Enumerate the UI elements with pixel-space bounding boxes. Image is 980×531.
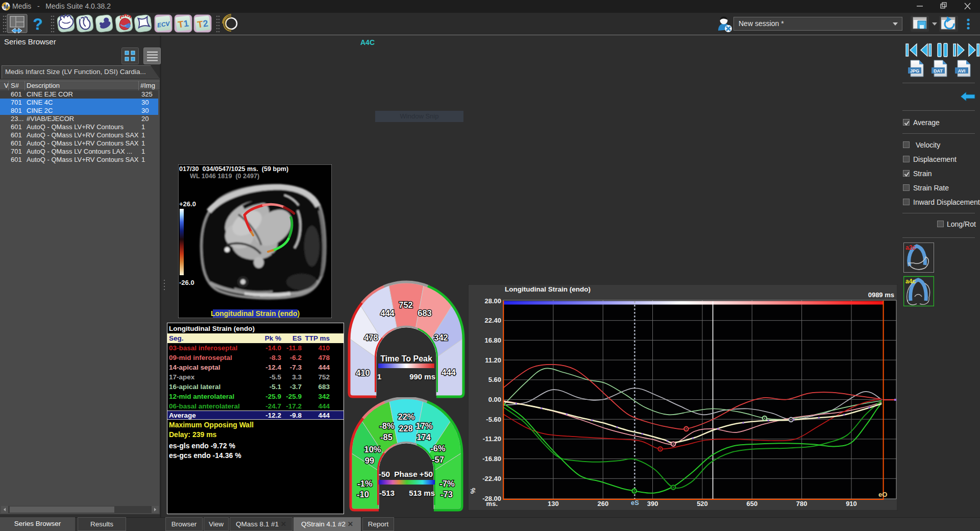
svg-text:444: 444 (442, 368, 456, 377)
svg-text:-85: -85 (380, 432, 393, 442)
svg-text:%: % (469, 488, 477, 494)
svg-text:eO: eO (878, 491, 887, 498)
svg-text:WL 1046 1819 (0 2497): WL 1046 1819 (0 2497) (190, 173, 259, 180)
svg-text:-73: -73 (440, 490, 453, 499)
svg-text:22%: 22% (398, 412, 414, 421)
svg-text:?: ? (33, 15, 43, 33)
svg-text:130: 130 (548, 500, 559, 508)
svg-text:eS: eS (631, 499, 639, 506)
svg-text:1: 1 (377, 372, 381, 381)
svg-text:17%: 17% (415, 421, 432, 430)
svg-text:a2c: a2c (905, 244, 916, 251)
svg-text:683: 683 (418, 308, 432, 318)
svg-text:DAT: DAT (934, 68, 943, 74)
svg-text:T2: T2 (197, 18, 209, 30)
svg-text:520: 520 (697, 500, 708, 508)
svg-text:+26.0: +26.0 (179, 200, 196, 208)
svg-text:-16.80: -16.80 (482, 455, 501, 463)
svg-text:5.60: 5.60 (488, 376, 501, 383)
svg-text:0989 ms: 0989 ms (868, 291, 894, 299)
svg-text:444: 444 (380, 308, 395, 318)
svg-text:99: 99 (365, 456, 374, 465)
svg-text:260: 260 (597, 500, 608, 508)
svg-text:-8%: -8% (379, 421, 395, 430)
svg-text:+50: +50 (420, 470, 433, 478)
svg-text:22.40: 22.40 (484, 317, 501, 324)
svg-text:Phase: Phase (394, 470, 418, 478)
svg-text:28.00: 28.00 (484, 297, 501, 305)
svg-text:New session *: New session * (739, 19, 784, 28)
svg-text:017/30 034/0547/1025 ms. (59: 017/30 034/0547/1025 ms. (59 bpm) (179, 165, 288, 173)
svg-text:410: 410 (356, 368, 370, 377)
svg-text:Longitudinal Strain (endo): Longitudinal Strain (endo) (505, 285, 591, 293)
svg-text:JPG: JPG (910, 68, 919, 74)
svg-text:-513: -513 (379, 489, 395, 497)
svg-text:-1%: -1% (357, 479, 373, 488)
svg-text:228: 228 (399, 424, 413, 433)
svg-text:-26.0: -26.0 (179, 279, 194, 286)
svg-text:-5.60: -5.60 (486, 416, 501, 423)
svg-text:T1: T1 (177, 18, 189, 30)
svg-text:650: 650 (746, 500, 757, 508)
svg-text:-50: -50 (379, 470, 390, 478)
svg-text:-11.20: -11.20 (483, 435, 501, 443)
svg-text:478: 478 (364, 333, 378, 342)
svg-text:a4c: a4c (905, 278, 916, 285)
svg-text:0.00: 0.00 (488, 396, 501, 403)
svg-text:174: 174 (416, 432, 431, 442)
svg-text:AVI: AVI (958, 68, 965, 74)
svg-text:513 ms: 513 ms (409, 489, 435, 497)
svg-text:Longitudinal Strain (endo): Longitudinal Strain (endo) (211, 309, 300, 318)
svg-text:-22.40: -22.40 (482, 475, 501, 482)
svg-text:-7%: -7% (439, 479, 455, 488)
svg-text:910: 910 (846, 500, 857, 508)
svg-text:390: 390 (647, 500, 658, 508)
svg-text:11.20: 11.20 (485, 356, 501, 364)
svg-text:-6%: -6% (430, 444, 446, 453)
svg-text:Time To Peak: Time To Peak (380, 354, 432, 363)
svg-text:ms.: ms. (486, 500, 498, 508)
svg-text:752: 752 (399, 300, 413, 309)
svg-text:10%: 10% (364, 445, 381, 454)
svg-text:342: 342 (434, 333, 448, 342)
svg-text:-57: -57 (432, 455, 444, 464)
svg-text:780: 780 (796, 500, 807, 508)
svg-text:16.80: 16.80 (484, 336, 501, 344)
svg-text:990 ms: 990 ms (409, 372, 435, 381)
svg-text:-10: -10 (357, 490, 369, 499)
svg-text:M: M (4, 4, 8, 10)
